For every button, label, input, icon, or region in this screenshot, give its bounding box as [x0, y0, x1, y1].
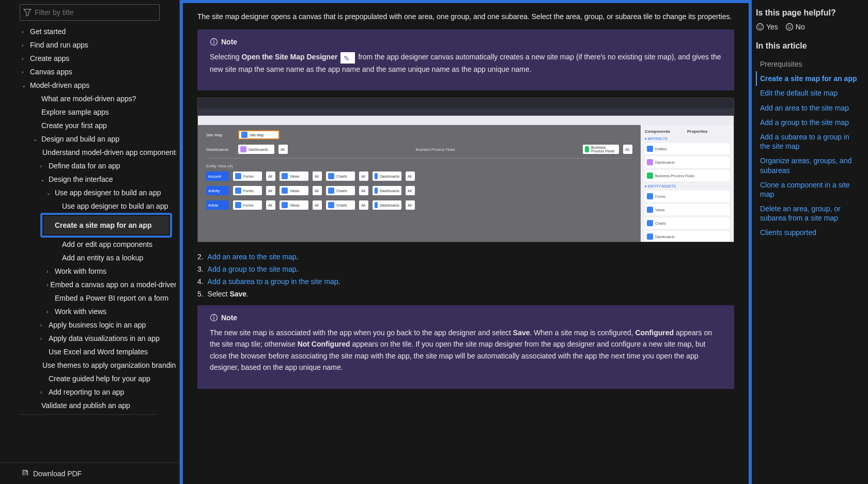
nav-item[interactable]: ›Define data for an app	[0, 159, 176, 173]
nav-item[interactable]: ›Apply data visualizations in an app	[0, 332, 176, 345]
svg-point-7	[758, 25, 760, 26]
step-5: 5. Select Save.	[197, 290, 734, 298]
download-pdf[interactable]: Download PDF	[0, 462, 179, 484]
note-1-title: Note	[221, 38, 237, 46]
nav-item[interactable]: Embed a Power BI report on a form	[0, 291, 176, 305]
toc-list: PrerequisitesCreate a site map for an ap…	[756, 57, 860, 240]
nav-item[interactable]: ›Embed a canvas app on a model-driven fo…	[0, 278, 176, 291]
svg-point-9	[786, 24, 793, 30]
toc-link[interactable]: Clone a component in a site map	[756, 178, 860, 201]
nav-item[interactable]: Create guided help for your app	[0, 372, 176, 385]
svg-point-10	[787, 25, 788, 26]
link-add-subarea[interactable]: Add a subarea to a group in the site map	[208, 277, 338, 286]
note-box-2: Note The new site map is associated with…	[197, 305, 734, 389]
note-box-1: Note Selecting Open the Site Map Designe…	[197, 29, 734, 90]
nav-item[interactable]: ›Get started	[0, 25, 176, 38]
toc-link[interactable]: Prerequisites	[756, 57, 860, 71]
toc-link[interactable]: Organize areas, groups, and subareas	[756, 153, 860, 177]
svg-point-1	[213, 40, 214, 41]
nav-item[interactable]: ⌄Design the interface	[0, 173, 176, 186]
nav-item[interactable]: ⌄Use app designer to build an app	[0, 186, 176, 199]
note-2-body: The new site map is associated with the …	[210, 327, 724, 373]
nav-item[interactable]: ›Work with forms	[0, 264, 176, 278]
chevron-icon: ›	[22, 56, 28, 61]
nav-item[interactable]: ›Canvas apps	[0, 65, 176, 79]
feedback-no[interactable]: No	[785, 23, 805, 31]
svg-point-11	[790, 25, 791, 26]
nav-tree[interactable]: ›Get started›Find and run apps›Create ap…	[0, 25, 179, 462]
step-2: 2. Add an area to the site map.	[197, 253, 734, 261]
nav-item[interactable]: ›Find and run apps	[0, 38, 176, 52]
feedback-title: Is this page helpful?	[756, 8, 860, 18]
svg-point-4	[213, 316, 214, 317]
download-icon	[22, 469, 29, 478]
chevron-icon: ›	[47, 282, 48, 288]
chevron-icon: ›	[40, 322, 47, 328]
toc-link[interactable]: Add an area to the site map	[756, 101, 860, 115]
svg-rect-5	[213, 317, 214, 320]
nav-item[interactable]: ›Apply business logic in an app	[0, 318, 176, 332]
chevron-icon: ⌄	[47, 190, 53, 196]
main-highlight-border: The site map designer opens a canvas tha…	[180, 0, 752, 484]
svg-point-6	[757, 24, 764, 30]
nav-item[interactable]: Use Excel and Word templates	[0, 345, 176, 358]
chevron-icon: ›	[40, 336, 47, 341]
toc-link[interactable]: Add a subarea to a group in the site map	[756, 130, 860, 153]
link-add-area[interactable]: Add an area to the site map	[208, 253, 297, 261]
nav-item[interactable]: Understand model-driven app components	[0, 146, 176, 159]
chevron-icon: ⌄	[40, 177, 47, 182]
chevron-icon: ›	[40, 389, 47, 395]
chevron-icon: ›	[22, 29, 28, 35]
nav-item[interactable]: Use themes to apply organization brandin…	[0, 358, 176, 372]
nav-item[interactable]: Explore sample apps	[0, 105, 176, 119]
app-designer-screenshot: Site Map Site Map Dashboards Dashboards …	[197, 98, 734, 242]
step-4: 4. Add a subarea to a group in the site …	[197, 277, 734, 286]
nav-item[interactable]: Validate and publish an app	[0, 399, 176, 412]
nav-item[interactable]: ›Add reporting to an app	[0, 385, 176, 399]
pencil-icon	[340, 52, 355, 64]
nav-item[interactable]: Add an entity as a lookup	[0, 251, 176, 264]
main-area: The site map designer opens a canvas tha…	[180, 0, 752, 484]
filter-icon	[23, 8, 32, 17]
article-content: The site map designer opens a canvas tha…	[183, 3, 749, 411]
chevron-icon: ⌄	[22, 83, 28, 88]
nav-item[interactable]: What are model-driven apps?	[0, 92, 176, 105]
filter-box[interactable]	[20, 4, 160, 21]
svg-point-8	[761, 25, 762, 26]
chevron-icon: ›	[22, 42, 28, 48]
toc-link[interactable]: Create a site map for an app	[756, 71, 860, 86]
smile-icon	[756, 23, 764, 31]
note-1-body: Selecting Open the Site Map Designer fro…	[210, 51, 724, 75]
nav-item[interactable]: Create your first app	[0, 119, 176, 132]
step-3: 3. Add a group to the site map.	[197, 265, 734, 273]
info-icon	[210, 38, 218, 46]
toc-link[interactable]: Add a group to the site map	[756, 115, 860, 130]
chevron-icon: ⌄	[33, 136, 39, 142]
toc-link[interactable]: Edit the default site map	[756, 86, 860, 100]
chevron-icon: ›	[47, 309, 53, 315]
chevron-icon: ›	[40, 163, 47, 169]
feedback-yes[interactable]: Yes	[756, 23, 778, 31]
nav-item-active[interactable]: Create a site map for an app	[40, 213, 172, 238]
chevron-icon: ›	[47, 269, 53, 274]
left-nav-sidebar: ›Get started›Find and run apps›Create ap…	[0, 0, 180, 484]
download-label: Download PDF	[33, 470, 82, 478]
svg-rect-2	[213, 41, 214, 44]
filter-input[interactable]	[35, 8, 156, 17]
nav-item[interactable]: ›Create apps	[0, 52, 176, 65]
nav-item[interactable]: ⌄Model-driven apps	[0, 79, 176, 92]
info-icon	[210, 314, 218, 322]
link-add-group[interactable]: Add a group to the site map	[208, 265, 297, 273]
note-2-title: Note	[221, 314, 237, 322]
in-article-title: In this article	[756, 41, 860, 51]
toc-link[interactable]: Delete an area, group, or subarea from a…	[756, 201, 860, 225]
nav-item[interactable]: ⌄Design and build an app	[0, 132, 176, 146]
nav-item[interactable]: Add or edit app components	[0, 238, 176, 251]
feedback-row: Yes No	[756, 23, 860, 31]
intro-paragraph: The site map designer opens a canvas tha…	[197, 11, 734, 22]
note-2-title-row: Note	[210, 314, 724, 322]
nav-item[interactable]: Use app designer to build an app	[0, 199, 176, 213]
frown-icon	[785, 23, 794, 31]
toc-link[interactable]: Clients supported	[756, 225, 860, 240]
nav-item[interactable]: ›Work with views	[0, 305, 176, 318]
